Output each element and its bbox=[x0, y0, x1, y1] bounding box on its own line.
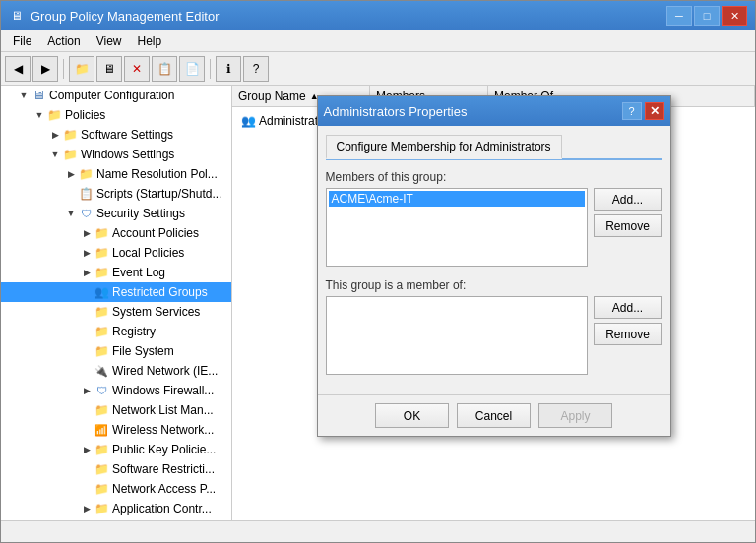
toolbar-sep-1 bbox=[63, 59, 64, 79]
menu-bar: File Action View Help bbox=[1, 30, 755, 52]
tree-label: Event Log bbox=[112, 264, 165, 281]
dialog-title-bar: Administrators Properties ? ✕ bbox=[318, 96, 670, 126]
tree-item-file-system[interactable]: 📁 File System bbox=[1, 341, 231, 361]
computer-button[interactable]: 🖥 bbox=[96, 56, 122, 82]
tree-label: Software Restricti... bbox=[112, 460, 215, 478]
tab-configure-membership[interactable]: Configure Membership for Administrators bbox=[326, 135, 562, 159]
menu-view[interactable]: View bbox=[89, 32, 130, 50]
help-button[interactable]: ? bbox=[243, 56, 269, 82]
members-row: ACME\Acme-IT Add... Remove bbox=[326, 188, 662, 267]
group-icon: 👥 bbox=[94, 284, 109, 300]
expand-icon[interactable] bbox=[80, 364, 94, 378]
tree-item-event-log[interactable]: ▶ 📁 Event Log bbox=[1, 263, 231, 282]
window-close-button[interactable]: ✕ bbox=[722, 6, 747, 26]
expand-icon[interactable]: ▶ bbox=[80, 384, 94, 397]
member-of-remove-button[interactable]: Remove bbox=[594, 323, 662, 345]
expand-icon[interactable] bbox=[80, 325, 94, 338]
info-button[interactable]: ℹ bbox=[216, 56, 241, 82]
folder-icon: 📁 bbox=[62, 147, 78, 162]
expand-icon[interactable] bbox=[80, 285, 94, 299]
tree-item-account-policies[interactable]: ▶ 📁 Account Policies bbox=[1, 223, 231, 243]
tree-item-computer-config[interactable]: ▼ 🖥 Computer Configuration bbox=[1, 86, 231, 105]
member-of-listbox[interactable] bbox=[326, 296, 588, 375]
tree-item-app-control[interactable]: ▶ 📁 Application Contr... bbox=[1, 499, 231, 518]
app-icon: 🖥 bbox=[9, 8, 25, 24]
tree-item-security-settings[interactable]: ▼ 🛡 Security Settings bbox=[1, 204, 231, 223]
content-area: ▼ 🖥 Computer Configuration ▼ 📁 Policies … bbox=[1, 86, 755, 520]
right-panel: Group Name ▲ Members Member Of 👥 Adminis… bbox=[232, 86, 755, 520]
expand-icon[interactable] bbox=[80, 403, 94, 417]
tree-item-wireless-network[interactable]: 📶 Wireless Network... bbox=[1, 420, 231, 440]
expand-icon[interactable] bbox=[80, 305, 94, 319]
tree-item-windows-settings[interactable]: ▼ 📁 Windows Settings bbox=[1, 145, 231, 164]
tree-panel[interactable]: ▼ 🖥 Computer Configuration ▼ 📁 Policies … bbox=[1, 86, 232, 520]
tree-label: Registry bbox=[112, 323, 156, 340]
expand-icon[interactable]: ▶ bbox=[80, 502, 94, 515]
tree-label: Windows Settings bbox=[81, 146, 174, 163]
apply-button[interactable]: Apply bbox=[538, 403, 612, 428]
copy-button[interactable]: 📄 bbox=[179, 56, 205, 82]
tree-item-policies[interactable]: ▼ 📁 Policies bbox=[1, 105, 231, 125]
tree-label: Application Contr... bbox=[112, 500, 212, 517]
tree-label: Security Settings bbox=[96, 205, 185, 222]
menu-file[interactable]: File bbox=[5, 32, 39, 50]
tree-item-network-list[interactable]: 📁 Network List Man... bbox=[1, 400, 231, 420]
expand-icon[interactable]: ▼ bbox=[32, 108, 46, 122]
maximize-button[interactable]: □ bbox=[694, 6, 720, 26]
cancel-button[interactable]: Cancel bbox=[457, 403, 531, 428]
tree-item-software-restrict[interactable]: 📁 Software Restricti... bbox=[1, 459, 231, 479]
tree-label: Windows Firewall... bbox=[112, 382, 214, 399]
tree-item-ip-security[interactable]: 🛡 IP Security Policie... bbox=[1, 518, 231, 520]
member-of-add-button[interactable]: Add... bbox=[594, 296, 662, 319]
tree-item-wired-network[interactable]: 🔌 Wired Network (IE... bbox=[1, 361, 231, 381]
title-bar-controls: ─ □ ✕ bbox=[666, 6, 747, 26]
tree-item-network-access[interactable]: 📁 Network Access P... bbox=[1, 479, 231, 499]
tree-item-scripts[interactable]: 📋 Scripts (Startup/Shutd... bbox=[1, 184, 231, 204]
expand-icon[interactable]: ▼ bbox=[48, 148, 62, 161]
expand-icon[interactable] bbox=[64, 187, 78, 201]
members-section: Members of this group: ACME\Acme-IT Add.… bbox=[326, 170, 662, 267]
expand-icon[interactable] bbox=[80, 462, 94, 476]
forward-button[interactable]: ▶ bbox=[32, 56, 58, 82]
tree-item-public-key[interactable]: ▶ 📁 Public Key Policie... bbox=[1, 440, 231, 459]
tree-label: Wired Network (IE... bbox=[112, 362, 218, 380]
tree-label: Name Resolution Pol... bbox=[96, 165, 218, 183]
expand-icon[interactable]: ▶ bbox=[80, 246, 94, 260]
menu-help[interactable]: Help bbox=[130, 32, 170, 50]
expand-icon[interactable] bbox=[80, 482, 94, 496]
show-hide-button[interactable]: 📁 bbox=[69, 56, 94, 82]
folder-icon: 📁 bbox=[94, 225, 109, 241]
tree-item-restricted-groups[interactable]: 👥 Restricted Groups bbox=[1, 282, 231, 302]
expand-icon[interactable]: ▶ bbox=[80, 226, 94, 240]
tree-item-windows-firewall[interactable]: ▶ 🛡 Windows Firewall... bbox=[1, 381, 231, 400]
members-entry[interactable]: ACME\Acme-IT bbox=[329, 191, 585, 207]
delete-button[interactable]: ✕ bbox=[124, 56, 150, 82]
menu-action[interactable]: Action bbox=[39, 32, 88, 50]
tree-item-system-services[interactable]: 📁 System Services bbox=[1, 302, 231, 322]
tree-item-name-resolution[interactable]: ▶ 📁 Name Resolution Pol... bbox=[1, 164, 231, 184]
tree-item-software-settings[interactable]: ▶ 📁 Software Settings bbox=[1, 125, 231, 145]
expand-icon[interactable]: ▶ bbox=[80, 443, 94, 456]
expand-icon[interactable]: ▼ bbox=[17, 89, 31, 102]
folder-icon: 📁 bbox=[78, 166, 94, 182]
back-button[interactable]: ◀ bbox=[5, 56, 31, 82]
computer-icon: 🖥 bbox=[31, 88, 46, 103]
expand-icon[interactable]: ▶ bbox=[80, 266, 94, 279]
expand-icon[interactable]: ▼ bbox=[64, 207, 78, 220]
properties-button[interactable]: 📋 bbox=[152, 56, 177, 82]
tree-item-local-policies[interactable]: ▶ 📁 Local Policies bbox=[1, 243, 231, 263]
ok-button[interactable]: OK bbox=[375, 403, 449, 428]
expand-icon[interactable] bbox=[80, 423, 94, 437]
tree-item-registry[interactable]: 📁 Registry bbox=[1, 322, 231, 341]
dialog-body: Configure Membership for Administrators … bbox=[318, 126, 670, 394]
dialog-help-button[interactable]: ? bbox=[622, 102, 642, 120]
expand-icon[interactable]: ▶ bbox=[48, 128, 62, 142]
members-listbox[interactable]: ACME\Acme-IT bbox=[326, 188, 588, 267]
expand-icon[interactable]: ▶ bbox=[64, 167, 78, 181]
members-remove-button[interactable]: Remove bbox=[594, 214, 662, 237]
dialog-controls: ? ✕ bbox=[622, 102, 664, 120]
expand-icon[interactable] bbox=[80, 344, 94, 358]
members-add-button[interactable]: Add... bbox=[594, 188, 662, 211]
minimize-button[interactable]: ─ bbox=[666, 6, 692, 26]
dialog-close-button[interactable]: ✕ bbox=[645, 102, 664, 120]
